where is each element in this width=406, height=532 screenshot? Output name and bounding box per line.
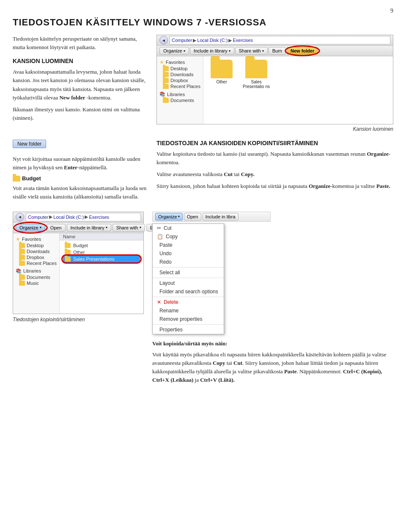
explorer-sidebar-top: ★ Favorites Desktop Downloads xyxy=(157,56,203,124)
folder-icon-budget-list xyxy=(65,243,71,248)
sidebar-label-2: Favorites xyxy=(22,237,41,242)
address-bar-bottom: ◄ Computer ▶ Local Disk (C:) ▶ Exercises xyxy=(13,212,143,223)
sidebar-label: Dropbox xyxy=(170,78,188,83)
kansion-para4: Voit avata tämän kansion kaksoisnapsautt… xyxy=(13,184,148,201)
explorer-sidebar-bottom: ★ Favorites Desktop Downloads xyxy=(13,233,60,314)
file-name-other: Other xyxy=(73,250,85,255)
cm-rename[interactable]: Rename xyxy=(153,306,224,315)
cm-redo-label: Redo xyxy=(159,259,172,265)
back-btn[interactable]: ◄ xyxy=(159,36,168,44)
cm-select-all[interactable]: Select all xyxy=(153,268,224,277)
cm-cut[interactable]: ✂ Cut xyxy=(153,224,224,232)
library-icon-2: 📚 xyxy=(16,268,22,274)
cm-redo[interactable]: Redo xyxy=(153,258,224,266)
sidebar-label: Desktop xyxy=(27,243,44,248)
cm-select-all-label: Select all xyxy=(159,270,180,276)
cut-icon: ✂ xyxy=(157,225,161,231)
file-list: Budget Other Sales Presentations xyxy=(60,240,143,264)
budget-label-wrapper: Budget xyxy=(13,175,41,182)
cm-undo-label: Undo xyxy=(159,251,172,256)
file-item-other[interactable]: Other xyxy=(207,60,236,89)
open-btn-cm[interactable]: Open xyxy=(184,213,201,221)
cm-paste[interactable]: Paste xyxy=(153,241,224,249)
organize-btn-cm[interactable]: Organize ▾ xyxy=(155,213,183,221)
sidebar-fav-2[interactable]: ★ Favorites xyxy=(15,236,58,243)
cm-folder-options[interactable]: Folder and search options xyxy=(153,287,224,296)
cm-copy[interactable]: 📋 Copy xyxy=(153,232,224,241)
organize-btn-bottom[interactable]: Organize ▾ xyxy=(16,224,45,232)
include-library-btn-bottom[interactable]: Include in library ▾ xyxy=(67,224,111,232)
cm-sep-4 xyxy=(153,324,224,325)
sidebar-label: Downloads xyxy=(170,72,193,77)
share-with-btn-bottom[interactable]: Share with ▾ xyxy=(112,224,145,232)
sidebar-label: Dropbox xyxy=(27,255,44,260)
sidebar-recent[interactable]: Recent Places xyxy=(159,83,201,89)
cm-folder-options-label: Folder and search options xyxy=(159,289,218,295)
cm-delete-label: Delete xyxy=(164,299,178,305)
organize-btn-top[interactable]: Organize ▾ xyxy=(159,47,189,55)
include-library-btn-top[interactable]: Include in library ▾ xyxy=(190,47,234,55)
folder-icon-dropbox-2 xyxy=(19,255,25,260)
delete-icon: ✕ xyxy=(157,299,161,305)
context-menu-toolbar: Organize ▾ Open Include in libra xyxy=(152,212,271,222)
section-heading-kopiointi: TIEDOSTOJEN JA KANSIOIDEN KOPIOINTI/SIIR… xyxy=(156,140,393,146)
open-btn-bottom[interactable]: Open xyxy=(47,224,66,232)
folder-icon-recent-2 xyxy=(19,261,25,266)
toolbar-bottom: Organize ▾ Open Include in library ▾ Sha… xyxy=(13,223,143,233)
cm-properties-label: Properties xyxy=(159,327,183,333)
folder-icon-recent xyxy=(163,84,169,89)
share-with-btn-top[interactable]: Share with ▾ xyxy=(235,47,268,55)
list-item-budget[interactable]: Budget xyxy=(63,242,140,249)
cm-remove-props[interactable]: Remove properties xyxy=(153,315,224,323)
burn-btn-top[interactable]: Burn xyxy=(269,47,286,55)
caption-kopiointi: Tiedostojen kopiointi/siirtäminen xyxy=(13,317,144,323)
sidebar-label: Recent Places xyxy=(170,84,200,89)
new-folder-label: New folder xyxy=(13,140,46,148)
list-item-sales[interactable]: Sales Presentations xyxy=(63,256,140,262)
intro-text: Tiedostojen käsittelyn perusperiaate on … xyxy=(13,35,148,52)
copy-heading: Voit kopioida/siirtää myös näin: xyxy=(152,339,393,348)
new-folder-btn-top[interactable]: New folder xyxy=(287,47,318,55)
explorer-body-top: ★ Favorites Desktop Downloads xyxy=(157,56,393,124)
sidebar-label: Libraries xyxy=(23,268,41,273)
sidebar-label: Documents xyxy=(27,275,50,280)
explorer-main-top: Other Sales Presentatio ns xyxy=(203,56,393,124)
folder-icon-sales xyxy=(245,60,267,78)
copy-icon: 📋 xyxy=(157,234,163,240)
file-item-sales[interactable]: Sales Presentatio ns xyxy=(241,60,271,89)
list-item-other[interactable]: Other xyxy=(63,249,140,256)
back-btn-2[interactable]: ◄ xyxy=(16,213,24,221)
cm-sep-3 xyxy=(153,297,224,297)
star-icon-2: ★ xyxy=(16,236,20,242)
sidebar-music-2[interactable]: Music xyxy=(15,280,58,286)
cm-copy-label: Copy xyxy=(166,234,178,240)
kansion-para3: Nyt voit kirjoittaa suoraan näppäimistöl… xyxy=(13,155,148,172)
folder-icon-sales-list xyxy=(65,256,71,262)
cm-layout-label: Layout xyxy=(159,280,175,286)
file-name-budget: Budget xyxy=(73,243,88,248)
cm-layout[interactable]: Layout xyxy=(153,279,224,287)
sidebar-recent-2[interactable]: Recent Places xyxy=(15,260,58,266)
explorer-body-bottom: ★ Favorites Desktop Downloads xyxy=(13,233,143,314)
address-bar-top: ◄ Computer ▶ Local Disk (C:) ▶ Exercises xyxy=(157,35,393,46)
cm-properties[interactable]: Properties xyxy=(153,325,224,334)
kansion-para1: Avaa kaksoisnapsauttamalla levysema, joh… xyxy=(13,68,148,102)
kansion-para2: Ikkunaan ilmestyy uusi kansio. Kansion n… xyxy=(13,105,148,122)
file-name-sales: Sales Presentations xyxy=(73,256,115,262)
folder-icon-budget xyxy=(13,176,20,182)
cm-delete[interactable]: ✕ Delete xyxy=(153,298,224,306)
breadcrumb-top: Computer ▶ Local Disk (C:) ▶ Exercises xyxy=(170,36,390,44)
folder-icon-other xyxy=(211,60,233,78)
cm-rename-label: Rename xyxy=(159,308,178,314)
sidebar-documents[interactable]: Documents xyxy=(159,97,201,103)
header-name-col: Name xyxy=(63,234,75,239)
sidebar-label: Documents xyxy=(170,98,194,103)
file-item-name-sales: Sales Presentatio ns xyxy=(241,80,271,89)
file-item-name-other: Other xyxy=(216,80,227,84)
folder-icon-docs xyxy=(163,98,169,103)
cm-undo[interactable]: Undo xyxy=(153,249,224,258)
include-lib-btn-cm[interactable]: Include in libra xyxy=(203,213,239,221)
section-heading-kansion: KANSION LUOMINEN xyxy=(13,58,148,64)
breadcrumb-bottom: Computer ▶ Local Disk (C:) ▶ Exercises xyxy=(26,213,141,221)
sidebar-libraries-2[interactable]: 📚 Libraries xyxy=(15,268,58,274)
